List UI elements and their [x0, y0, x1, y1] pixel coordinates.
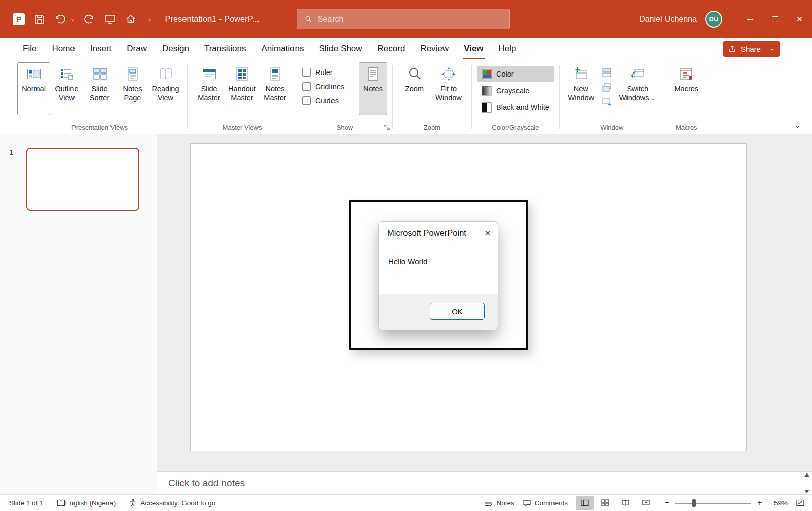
avatar[interactable]: DU	[705, 11, 722, 28]
show-checkbox-column: Ruler Gridlines Guides	[302, 62, 359, 105]
notes-master-button[interactable]: Notes Master	[259, 62, 291, 115]
home-icon	[125, 13, 137, 25]
save-button[interactable]	[33, 13, 46, 26]
fit-slide-to-window-button[interactable]	[796, 498, 805, 507]
notes-page-button[interactable]: Notes Page	[116, 62, 149, 115]
color-option[interactable]: Color	[477, 66, 554, 82]
dialog-footer: OK	[379, 294, 498, 330]
fit-to-window-label: Fit to Window	[431, 85, 466, 102]
account-name[interactable]: Daniel Uchenna	[639, 15, 697, 24]
notes-statusbar-toggle[interactable]: Notes	[484, 499, 514, 507]
view-slideshow-button[interactable]	[637, 496, 655, 510]
ruler-label: Ruler	[315, 68, 333, 77]
tab-slide-show[interactable]: Slide Show	[312, 38, 370, 59]
reading-view-button[interactable]: Reading View	[149, 62, 182, 115]
comments-button[interactable]: Comments	[523, 499, 568, 507]
slide-indicator[interactable]: Slide 1 of 1	[9, 499, 44, 507]
tab-view[interactable]: View	[456, 38, 491, 59]
tab-transitions[interactable]: Transitions	[197, 38, 254, 59]
scroll-up-icon[interactable]	[804, 473, 809, 477]
group-divider	[187, 65, 188, 129]
zoom-level[interactable]: 59%	[768, 499, 788, 507]
language-button[interactable]: English (Nigeria)	[65, 499, 116, 507]
tab-home[interactable]: Home	[44, 38, 82, 59]
group-divider	[559, 65, 560, 129]
guides-checkbox[interactable]: Guides	[302, 96, 359, 105]
move-split-button[interactable]	[601, 97, 612, 108]
notes-toggle-button[interactable]: Notes	[359, 62, 387, 115]
tab-help[interactable]: Help	[491, 38, 524, 59]
slide-thumbnail-1[interactable]	[26, 148, 139, 211]
zoom-button[interactable]: Zoom	[398, 62, 431, 115]
close-button[interactable]: ✕	[787, 0, 812, 38]
slide-master-button[interactable]: Slide Master	[193, 62, 226, 115]
message-box-frame[interactable]: Microsoft PowerPoint ✕ Hello World OK	[349, 200, 528, 350]
redo-button[interactable]	[83, 13, 96, 26]
switch-windows-chevron-icon: ⌄	[651, 95, 656, 101]
dialog-title-bar[interactable]: Microsoft PowerPoint ✕	[379, 222, 498, 238]
tab-design[interactable]: Design	[155, 38, 197, 59]
undo-button[interactable]	[54, 13, 67, 26]
spell-check-button[interactable]	[57, 499, 65, 507]
collapse-ribbon-chevron-icon[interactable]: ⌄	[794, 121, 801, 130]
group-macros: Macros Macros	[666, 61, 707, 134]
view-normal-button[interactable]	[576, 496, 594, 510]
tab-animations[interactable]: Animations	[253, 38, 311, 59]
macros-button[interactable]: Macros	[670, 62, 703, 115]
fit-to-window-button[interactable]: Fit to Window	[431, 62, 466, 115]
cascade-windows-button[interactable]	[601, 82, 612, 93]
notes-pane[interactable]: Click to add notes	[157, 471, 812, 494]
group-divider	[297, 65, 297, 129]
share-chevron-icon[interactable]: ⌄	[769, 45, 774, 52]
zoom-slider[interactable]	[675, 496, 751, 510]
new-window-button[interactable]: New Window	[565, 62, 598, 115]
macros-icon	[679, 66, 694, 82]
minimize-button[interactable]	[737, 0, 762, 38]
notes-icon	[365, 66, 381, 82]
handout-master-button[interactable]: Handout Master	[226, 62, 259, 115]
search-input[interactable]	[318, 15, 502, 24]
view-slide-sorter-button[interactable]	[596, 496, 614, 510]
gridlines-checkbox-box	[302, 82, 311, 91]
view-reading-button[interactable]	[616, 496, 635, 510]
ok-button[interactable]: OK	[430, 303, 485, 320]
slide-sorter-button[interactable]: Slide Sorter	[83, 62, 116, 115]
tab-draw[interactable]: Draw	[119, 38, 155, 59]
group-label-zoom: Zoom	[394, 124, 470, 131]
search-bar[interactable]	[297, 9, 510, 29]
normal-view-button[interactable]: Normal	[17, 62, 50, 115]
zoom-slider-thumb[interactable]	[692, 499, 696, 507]
tab-file[interactable]: File	[15, 38, 44, 59]
zoom-out-button[interactable]: −	[663, 498, 670, 507]
start-slideshow-button[interactable]	[103, 13, 117, 26]
tab-insert[interactable]: Insert	[83, 38, 120, 59]
switch-windows-button[interactable]: Switch Windows ⌄	[616, 62, 659, 115]
ribbon-view-tab: Normal Outline View Slide Sorter	[0, 59, 812, 134]
scroll-down-icon[interactable]	[804, 490, 809, 493]
group-label-color-grayscale: Color/Grayscale	[473, 124, 558, 131]
outline-view-button[interactable]: Outline View	[50, 62, 83, 115]
share-button[interactable]: Share ⌄	[723, 41, 780, 57]
reading-view-icon	[158, 66, 173, 82]
dialog-close-icon[interactable]: ✕	[484, 229, 491, 237]
group-divider	[665, 65, 665, 129]
customize-qat-chevron-icon[interactable]: ⌄	[147, 16, 152, 22]
arrange-all-button[interactable]	[601, 67, 612, 78]
undo-dropdown-chevron-icon[interactable]: ⌄	[70, 16, 75, 22]
black-and-white-option[interactable]: Black and White	[477, 100, 554, 115]
zoom-in-button[interactable]: +	[756, 498, 763, 507]
gridlines-checkbox[interactable]: Gridlines	[302, 82, 359, 91]
maximize-button[interactable]	[762, 0, 787, 38]
accessibility-status[interactable]: Accessibility: Good to go	[129, 499, 215, 507]
statusbar-right: Notes Comments	[484, 496, 805, 510]
home-button[interactable]	[124, 13, 137, 26]
slide-master-icon	[202, 66, 217, 82]
grayscale-option[interactable]: Grayscale	[477, 83, 554, 98]
tab-record[interactable]: Record	[370, 38, 413, 59]
powerpoint-logo-icon[interactable]: P	[12, 13, 25, 26]
tab-review[interactable]: Review	[413, 38, 456, 59]
slide-editing-surface[interactable]: Microsoft PowerPoint ✕ Hello World OK	[190, 143, 747, 451]
ruler-checkbox[interactable]: Ruler	[302, 68, 359, 77]
dialog-title: Microsoft PowerPoint	[387, 228, 466, 238]
title-bar: P ⌄	[0, 0, 812, 38]
